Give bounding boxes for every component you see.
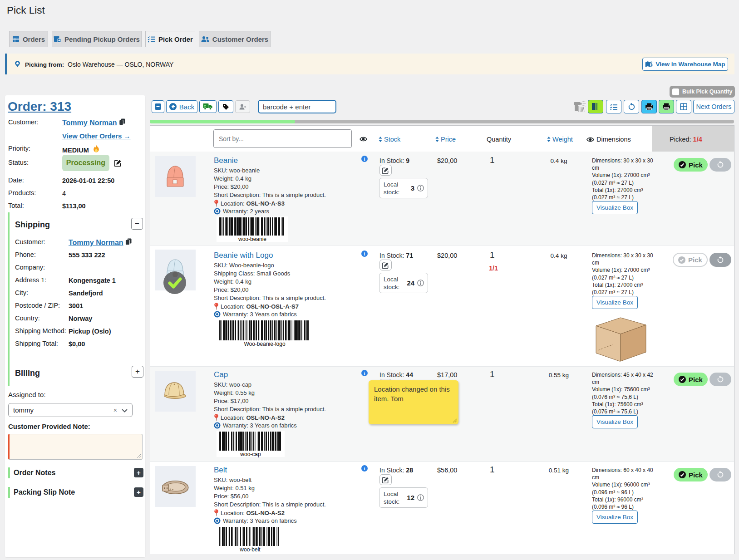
- svg-text:i: i: [364, 466, 365, 471]
- svg-text:i: i: [364, 251, 365, 256]
- svg-text:i: i: [364, 371, 365, 376]
- svg-text:i: i: [364, 157, 365, 162]
